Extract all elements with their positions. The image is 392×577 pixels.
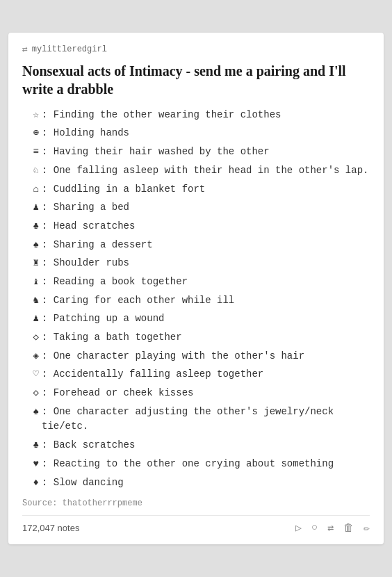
list-icon: ♣ bbox=[22, 438, 42, 453]
list-item: ⊕: Holding hands bbox=[22, 126, 370, 141]
list-text: : Sharing a dessert bbox=[42, 238, 370, 253]
list-text: : Taking a bath together bbox=[42, 330, 370, 346]
list-icon: ◇ bbox=[22, 386, 42, 401]
reblog-action-icon[interactable]: ⇄ bbox=[327, 521, 334, 535]
list-icon: ≡ bbox=[22, 145, 42, 160]
list-text: : Holding hands bbox=[42, 126, 370, 141]
list-icon: ◇ bbox=[22, 330, 42, 346]
list-text: : Accidentally falling asleep together bbox=[42, 367, 370, 382]
list-item: ◇: Taking a bath together bbox=[22, 330, 370, 346]
list-item: ♝: Reading a book together bbox=[22, 275, 370, 290]
reblog-header: ⇄ mylittleredgirl bbox=[22, 44, 370, 55]
list-icon: ♞ bbox=[22, 293, 42, 309]
list-item: ≡: Having their hair washed by the other bbox=[22, 145, 370, 160]
post-footer: 172,047 notes ▷ ○ ⇄ 🗑 ✏ bbox=[22, 515, 370, 535]
notes-count[interactable]: 172,047 notes bbox=[22, 523, 295, 533]
list-text: : Having their hair washed by the other bbox=[42, 145, 370, 160]
username[interactable]: mylittleredgirl bbox=[32, 44, 107, 54]
comment-icon[interactable]: ○ bbox=[311, 522, 318, 534]
list-item: ♠: One character adjusting the other's j… bbox=[22, 405, 370, 434]
list-item: ⌂: Cuddling in a blanket fort bbox=[22, 182, 370, 197]
items-list: ☆: Finding the other wearing their cloth… bbox=[22, 108, 370, 490]
list-icon: ♠ bbox=[22, 238, 42, 253]
reblog-icon: ⇄ bbox=[22, 44, 28, 55]
list-item: ♦: Slow dancing bbox=[22, 476, 370, 491]
list-text: : Forehead or cheek kisses bbox=[42, 386, 370, 401]
list-item: ♟: Sharing a bed bbox=[22, 200, 370, 216]
list-item: ◈: One character playing with the other'… bbox=[22, 349, 370, 364]
footer-icons: ▷ ○ ⇄ 🗑 ✏ bbox=[295, 521, 370, 535]
share-icon[interactable]: ▷ bbox=[295, 521, 302, 535]
source-text[interactable]: Source: thatotherrrpmeme bbox=[22, 498, 370, 508]
list-text: : One character playing with the other's… bbox=[42, 349, 370, 364]
list-text: : Back scratches bbox=[42, 438, 370, 453]
list-item: ♞: Caring for each other while ill bbox=[22, 293, 370, 309]
list-icon: ☆ bbox=[22, 108, 42, 123]
list-icon: ♘ bbox=[22, 163, 42, 179]
list-text: : Sharing a bed bbox=[42, 200, 370, 216]
list-icon: ♦ bbox=[22, 476, 42, 491]
post-card: ⇄ mylittleredgirl Nonsexual acts of Inti… bbox=[8, 33, 384, 544]
list-text: : Reacting to the other one crying about… bbox=[42, 457, 370, 472]
list-text: : Cuddling in a blanket fort bbox=[42, 182, 370, 197]
list-icon: ♠ bbox=[22, 405, 42, 420]
list-item: ♡: Accidentally falling asleep together bbox=[22, 367, 370, 382]
list-item: ♘: One falling asleep with their head in… bbox=[22, 163, 370, 179]
list-icon: ⌂ bbox=[22, 182, 42, 197]
list-text: : Slow dancing bbox=[42, 476, 370, 491]
list-icon: ♝ bbox=[22, 275, 42, 290]
list-item: ♥: Reacting to the other one crying abou… bbox=[22, 457, 370, 472]
list-text: : One character adjusting the other's je… bbox=[42, 405, 370, 434]
list-item: ◇: Forehead or cheek kisses bbox=[22, 386, 370, 401]
list-icon: ♣ bbox=[22, 219, 42, 234]
list-item: ♣: Back scratches bbox=[22, 438, 370, 453]
list-icon: ♟ bbox=[22, 311, 42, 327]
list-icon: ♜ bbox=[22, 256, 42, 271]
list-icon: ◈ bbox=[22, 349, 42, 364]
list-icon: ♥ bbox=[22, 457, 42, 472]
trash-icon[interactable]: 🗑 bbox=[343, 522, 354, 535]
list-icon: ⊕ bbox=[22, 126, 42, 141]
list-text: : Finding the other wearing their clothe… bbox=[42, 108, 370, 123]
list-item: ♜: Shoulder rubs bbox=[22, 256, 370, 271]
post-title: Nonsexual acts of Intimacy - send me a p… bbox=[22, 62, 370, 98]
list-icon: ♟ bbox=[22, 200, 42, 216]
list-text: : Shoulder rubs bbox=[42, 256, 370, 271]
edit-icon[interactable]: ✏ bbox=[364, 521, 370, 535]
list-icon: ♡ bbox=[22, 367, 42, 382]
list-text: : Patching up a wound bbox=[42, 311, 370, 327]
list-item: ☆: Finding the other wearing their cloth… bbox=[22, 108, 370, 123]
list-item: ♟: Patching up a wound bbox=[22, 311, 370, 327]
list-text: : Head scratches bbox=[42, 219, 370, 234]
list-text: : Reading a book together bbox=[42, 275, 370, 290]
list-item: ♠: Sharing a dessert bbox=[22, 238, 370, 253]
list-item: ♣: Head scratches bbox=[22, 219, 370, 234]
list-text: : Caring for each other while ill bbox=[42, 293, 370, 309]
list-text: : One falling asleep with their head in … bbox=[42, 163, 370, 179]
